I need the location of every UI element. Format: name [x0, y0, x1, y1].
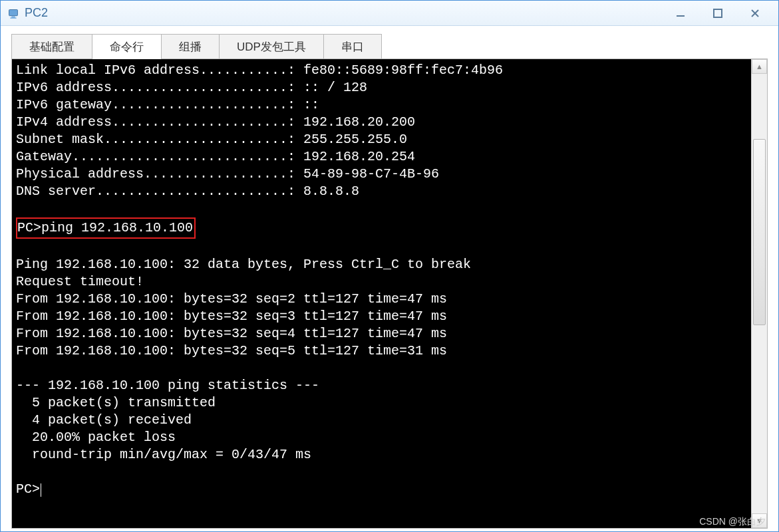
terminal-line: Gateway...........................: 192.… [16, 149, 415, 164]
terminal-line: From 192.168.10.100: bytes=32 seq=2 ttl=… [16, 291, 447, 307]
tab-cli[interactable]: 命令行 [92, 34, 162, 59]
svg-rect-4 [714, 9, 722, 17]
terminal-line: 20.00% packet loss [16, 430, 176, 445]
terminal-line: Physical address..................: 54-8… [16, 166, 439, 182]
cursor-icon [41, 483, 41, 497]
app-icon [6, 6, 21, 21]
scroll-up-button[interactable]: ▲ [752, 59, 767, 74]
titlebar[interactable]: PC2 [1, 1, 778, 26]
tab-multicast[interactable]: 组播 [161, 34, 220, 59]
terminal-line: 4 packet(s) received [16, 412, 192, 428]
svg-rect-0 [9, 9, 18, 15]
svg-rect-2 [10, 17, 16, 18]
scroll-thumb[interactable] [753, 139, 766, 325]
tab-label: 基础配置 [29, 39, 75, 55]
minimize-button[interactable] [669, 6, 692, 21]
terminal-line: Subnet mask.......................: 255.… [16, 132, 407, 147]
terminal-line: DNS server........................: 8.8.… [16, 184, 359, 199]
svg-rect-1 [11, 16, 15, 17]
terminal-line: From 192.168.10.100: bytes=32 seq=3 ttl=… [16, 309, 447, 324]
highlighted-command: PC>ping 192.168.10.100 [16, 217, 196, 239]
content-area: 基础配置 命令行 组播 UDP发包工具 串口 Link local IPv6 a… [1, 26, 778, 531]
tab-label: UDP发包工具 [237, 39, 306, 55]
terminal-line: Ping 192.168.10.100: 32 data bytes, Pres… [16, 257, 471, 272]
terminal-line: From 192.168.10.100: bytes=32 seq=5 ttl=… [16, 343, 447, 358]
tab-strip: 基础配置 命令行 组播 UDP发包工具 串口 [11, 34, 768, 59]
app-window: PC2 基础配置 命令行 组播 UDP发包工具 串口 Link local IP… [0, 0, 779, 532]
tab-serial[interactable]: 串口 [323, 34, 382, 59]
tab-basic-config[interactable]: 基础配置 [11, 34, 92, 59]
terminal-line: PC>ping 192.168.10.100 [17, 220, 193, 235]
watermark-text: CSDN @张白夕 [699, 516, 766, 528]
terminal-output[interactable]: Link local IPv6 address...........: fe80… [12, 59, 751, 528]
vertical-scrollbar[interactable]: ▲ ▼ [751, 59, 767, 528]
close-button[interactable] [744, 6, 766, 21]
window-controls [669, 6, 766, 21]
maximize-button[interactable] [706, 6, 729, 21]
tab-udp-tool[interactable]: UDP发包工具 [219, 34, 324, 59]
terminal-line: IPv6 gateway......................: :: [16, 97, 319, 112]
terminal-line: Request timeout! [16, 274, 144, 289]
terminal-container: Link local IPv6 address...........: fe80… [11, 59, 768, 529]
terminal-line: --- 192.168.10.100 ping statistics --- [16, 378, 319, 393]
terminal-line: IPv4 address......................: 192.… [16, 114, 415, 130]
terminal-line: round-trip min/avg/max = 0/43/47 ms [16, 447, 311, 462]
tab-label: 命令行 [110, 39, 144, 55]
terminal-line: From 192.168.10.100: bytes=32 seq=4 ttl=… [16, 326, 447, 341]
window-title: PC2 [25, 6, 669, 20]
terminal-line: Link local IPv6 address...........: fe80… [16, 63, 503, 78]
tab-label: 组播 [179, 39, 202, 55]
terminal-line: IPv6 address......................: :: /… [16, 80, 367, 95]
terminal-line: 5 packet(s) transmitted [16, 395, 216, 410]
tab-label: 串口 [341, 39, 364, 55]
terminal-prompt: PC> [16, 481, 40, 497]
